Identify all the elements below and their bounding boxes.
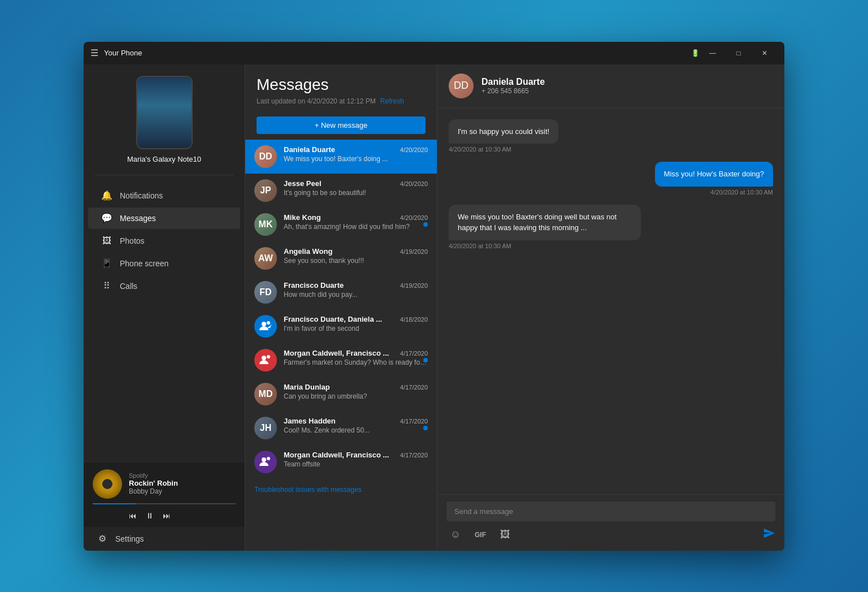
- refresh-link[interactable]: Refresh: [380, 97, 404, 105]
- music-info: Spotify Rockin' Robin Bobby Day: [93, 469, 236, 499]
- music-source: Spotify: [129, 472, 236, 479]
- music-text: Spotify Rockin' Robin Bobby Day: [129, 472, 236, 495]
- conv-name: Daniela Duarte: [284, 145, 335, 154]
- conv-name: Mike Kong: [284, 213, 321, 222]
- photos-icon: 🖼: [102, 236, 112, 246]
- conversation-item[interactable]: JH James Hadden 4/17/2020 Cool! Ms. Zenk…: [245, 411, 437, 445]
- troubleshoot-link[interactable]: Troubleshoot issues with messages: [245, 479, 437, 500]
- window-controls: — □ ✕: [700, 44, 778, 62]
- prev-button[interactable]: ⏮: [129, 511, 137, 520]
- message-time: 4/20/2020 at 10:30 AM: [449, 243, 641, 249]
- phone-screen-icon: 📱: [102, 258, 112, 269]
- send-button[interactable]: [763, 527, 775, 542]
- conv-date: 4/17/2020: [400, 350, 428, 357]
- calls-label: Calls: [120, 282, 137, 291]
- photos-label: Photos: [120, 236, 145, 245]
- message-incoming: We miss you too! Baxter's doing well but…: [449, 205, 641, 249]
- conv-body: Jesse Peel 4/20/2020 It's going to be so…: [284, 179, 428, 197]
- conv-preview: We miss you too! Baxter's doing ...: [284, 155, 428, 163]
- conversation-item[interactable]: Morgan Caldwell, Francisco ... 4/17/2020…: [245, 343, 437, 377]
- conv-name: Angelia Wong: [284, 247, 332, 256]
- messages-subtitle: Last updated on 4/20/2020 at 12:12 PM Re…: [257, 97, 426, 105]
- conv-top: Morgan Caldwell, Francisco ... 4/17/2020: [284, 349, 428, 357]
- conv-date: 4/18/2020: [400, 316, 428, 323]
- sidebar-item-calls[interactable]: ⠿ Calls: [88, 275, 240, 297]
- settings-item[interactable]: ⚙ Settings: [84, 527, 245, 551]
- conv-preview: Farmer's market on Sunday? Who is ready …: [284, 358, 428, 366]
- sidebar-item-notifications[interactable]: 🔔 Notifications: [88, 185, 240, 206]
- svg-point-4: [262, 457, 266, 462]
- music-player: Spotify Rockin' Robin Bobby Day ⏮ ⏸ ⏭: [84, 463, 245, 527]
- conv-top: Daniela Duarte 4/20/2020: [284, 145, 428, 154]
- conv-preview: How much did you pay...: [284, 291, 428, 299]
- gif-button[interactable]: GIF: [471, 526, 489, 544]
- last-updated: Last updated on 4/20/2020 at 12:12 PM: [257, 97, 376, 105]
- messages-title: Messages: [257, 76, 426, 94]
- settings-icon: ⚙: [97, 534, 107, 544]
- conv-body: Maria Dunlap 4/17/2020 Can you bring an …: [284, 383, 428, 400]
- conv-name: Francisco Duarte: [284, 281, 344, 289]
- conversation-item[interactable]: Morgan Caldwell, Francisco ... 4/17/2020…: [245, 445, 437, 479]
- next-button[interactable]: ⏭: [163, 511, 171, 520]
- conv-top: Angelia Wong 4/19/2020: [284, 247, 428, 256]
- svg-point-1: [267, 321, 270, 325]
- avatar: FD: [254, 281, 277, 304]
- conversation-list: DD Daniela Duarte 4/20/2020 We miss you …: [245, 140, 437, 551]
- conv-date: 4/20/2020: [400, 214, 428, 221]
- avatar: MD: [254, 383, 277, 405]
- image-button[interactable]: 🖼: [496, 526, 514, 544]
- chat-input-area: ☺ GIF 🖼: [437, 494, 784, 551]
- emoji-button[interactable]: ☺: [446, 526, 465, 544]
- conv-preview: Can you bring an umbrella?: [284, 392, 428, 400]
- music-progress-fill: [93, 503, 136, 504]
- sidebar-item-photos[interactable]: 🖼 Photos: [88, 230, 240, 252]
- conv-name: Morgan Caldwell, Francisco ...: [284, 451, 389, 459]
- conv-date: 4/19/2020: [400, 282, 428, 289]
- unread-indicator: [423, 426, 428, 430]
- conversation-item[interactable]: JP Jesse Peel 4/20/2020 It's going to be…: [245, 174, 437, 208]
- conversation-item[interactable]: MK Mike Kong 4/20/2020 Ah, that's amazin…: [245, 208, 437, 241]
- phone-mockup: [136, 76, 193, 149]
- notifications-icon: 🔔: [102, 191, 112, 201]
- chat-toolbar: ☺ GIF 🖼: [446, 526, 775, 544]
- close-button[interactable]: ✕: [752, 44, 778, 62]
- avatar: JH: [254, 417, 277, 439]
- title-bar-left: ☰ Your Phone 🔋: [90, 47, 700, 58]
- message-bubble: We miss you too! Baxter's doing well but…: [449, 205, 641, 240]
- app-title: Your Phone: [104, 49, 142, 57]
- music-progress[interactable]: [93, 503, 236, 504]
- avatar: [254, 349, 277, 371]
- conv-preview: It's going to be so beautiful!: [284, 189, 428, 197]
- message-input[interactable]: [446, 502, 775, 521]
- avatar: AW: [254, 247, 277, 270]
- music-title: Rockin' Robin: [129, 479, 236, 487]
- conv-date: 4/17/2020: [400, 384, 428, 391]
- messages-header: Messages Last updated on 4/20/2020 at 12…: [245, 64, 437, 111]
- notifications-label: Notifications: [120, 191, 163, 200]
- play-pause-button[interactable]: ⏸: [146, 511, 154, 520]
- sidebar-item-phone-screen[interactable]: 📱 Phone screen: [88, 253, 240, 274]
- conv-body: James Hadden 4/17/2020 Cool! Ms. Zenk or…: [284, 417, 428, 434]
- phone-screen-label: Phone screen: [120, 259, 168, 268]
- phone-image-area: Maria's Galaxy Note10: [84, 64, 245, 172]
- music-controls: ⏮ ⏸ ⏭: [93, 511, 236, 520]
- sidebar-item-messages[interactable]: 💬 Messages: [88, 208, 240, 229]
- conv-name: Maria Dunlap: [284, 383, 330, 391]
- conv-top: Morgan Caldwell, Francisco ... 4/17/2020: [284, 451, 428, 459]
- conv-preview: Ah, that's amazing! How did you find him…: [284, 223, 428, 231]
- conversation-item[interactable]: FD Francisco Duarte 4/19/2020 How much d…: [245, 275, 437, 309]
- album-art-inner: [102, 479, 112, 489]
- app-window: ☰ Your Phone 🔋 — □ ✕ Maria's Galaxy Note…: [84, 42, 784, 551]
- conv-body: Angelia Wong 4/19/2020 See you soon, tha…: [284, 247, 428, 265]
- new-message-button[interactable]: + New message: [257, 116, 426, 134]
- chat-avatar: DD: [449, 74, 474, 98]
- conversation-item[interactable]: DD Daniela Duarte 4/20/2020 We miss you …: [245, 140, 437, 174]
- calls-icon: ⠿: [102, 281, 112, 291]
- conversation-item[interactable]: MD Maria Dunlap 4/17/2020 Can you bring …: [245, 377, 437, 411]
- svg-point-3: [267, 355, 270, 358]
- conversation-item[interactable]: Francisco Duarte, Daniela ... 4/18/2020 …: [245, 309, 437, 343]
- hamburger-icon[interactable]: ☰: [90, 47, 98, 58]
- minimize-button[interactable]: —: [700, 44, 726, 62]
- conversation-item[interactable]: AW Angelia Wong 4/19/2020 See you soon, …: [245, 241, 437, 275]
- maximize-button[interactable]: □: [726, 44, 752, 62]
